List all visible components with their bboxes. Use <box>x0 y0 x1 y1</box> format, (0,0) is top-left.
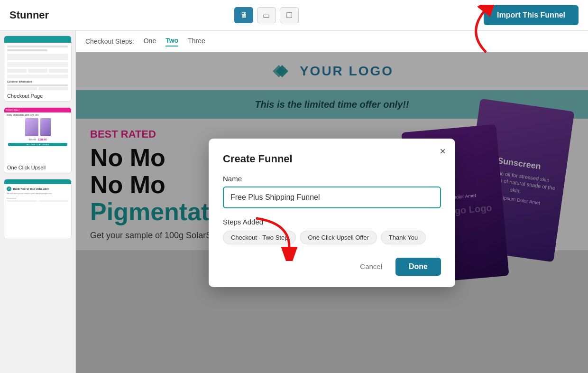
create-funnel-modal: Create Funnel × Name Steps Added Checkou… <box>209 139 455 287</box>
done-button[interactable]: Done <box>395 258 441 276</box>
step-two-link[interactable]: Two <box>165 37 178 47</box>
mobile-device-btn[interactable]: ☐ <box>280 7 299 23</box>
mini-upsell-page: BOGO Offer! Body Moisturizer with SPF 30… <box>4 108 71 162</box>
topbar: Stunner 🖥 ▭ ☐ Import This Funnel <box>0 0 588 31</box>
sidebar-label-thankyou <box>4 234 71 239</box>
mini-thankyou-page: ✓ Thank You For Your Order John! We will… <box>4 179 71 234</box>
chip-checkout-two-step: Checkout - Two Step <box>223 231 296 244</box>
modal-steps-label: Steps Added <box>223 218 441 226</box>
cancel-button[interactable]: Cancel <box>352 259 390 274</box>
modal-chips-container: Checkout - Two Step One Click Upsell Off… <box>223 231 441 244</box>
desktop-device-btn[interactable]: 🖥 <box>234 7 253 23</box>
chip-one-click-upsell: One Click Upsell Offer <box>300 231 377 244</box>
sidebar-card-thankyou-preview: ✓ Thank You For Your Order John! We will… <box>4 179 71 234</box>
sidebar-card-upsell-preview: BOGO Offer! Body Moisturizer with SPF 30… <box>4 108 71 162</box>
steps-nav-label: Checkout Steps: <box>85 37 134 45</box>
main-layout: Customer Information Checkout Page BOGO … <box>0 31 588 373</box>
device-switcher: 🖥 ▭ ☐ <box>234 7 299 23</box>
modal-name-input[interactable] <box>223 186 441 208</box>
modal-overlay: Create Funnel × Name Steps Added Checkou… <box>76 52 588 373</box>
sidebar: Customer Information Checkout Page BOGO … <box>0 31 76 373</box>
step-three-link[interactable]: Three <box>188 37 205 46</box>
modal-close-button[interactable]: × <box>440 146 446 157</box>
mini-checkout-page: Customer Information <box>4 36 71 91</box>
tablet-device-btn[interactable]: ▭ <box>257 7 276 23</box>
modal-actions: Cancel Done <box>223 258 441 276</box>
app-logo: Stunner <box>9 9 49 21</box>
import-funnel-button[interactable]: Import This Funnel <box>484 5 579 25</box>
sidebar-card-checkout[interactable]: Customer Information Checkout Page <box>4 36 72 102</box>
content-area: Checkout Steps: One Two Three YOUR LOGO … <box>76 31 588 373</box>
modal-title: Create Funnel <box>223 153 441 165</box>
step-one-link[interactable]: One <box>144 37 156 46</box>
checkout-steps-nav: Checkout Steps: One Two Three <box>76 31 588 52</box>
page-preview: YOUR LOGO This is the limited time offer… <box>76 52 588 373</box>
sidebar-card-upsell[interactable]: BOGO Offer! Body Moisturizer with SPF 30… <box>4 107 72 173</box>
sidebar-card-checkout-preview: Customer Information <box>4 36 71 91</box>
modal-name-label: Name <box>223 175 441 183</box>
sidebar-label-checkout: Checkout Page <box>4 91 71 101</box>
chip-thank-you: Thank You <box>381 231 426 244</box>
sidebar-label-upsell: One Click Upsell <box>4 162 71 173</box>
sidebar-card-thankyou[interactable]: ✓ Thank You For Your Order John! We will… <box>4 179 72 239</box>
